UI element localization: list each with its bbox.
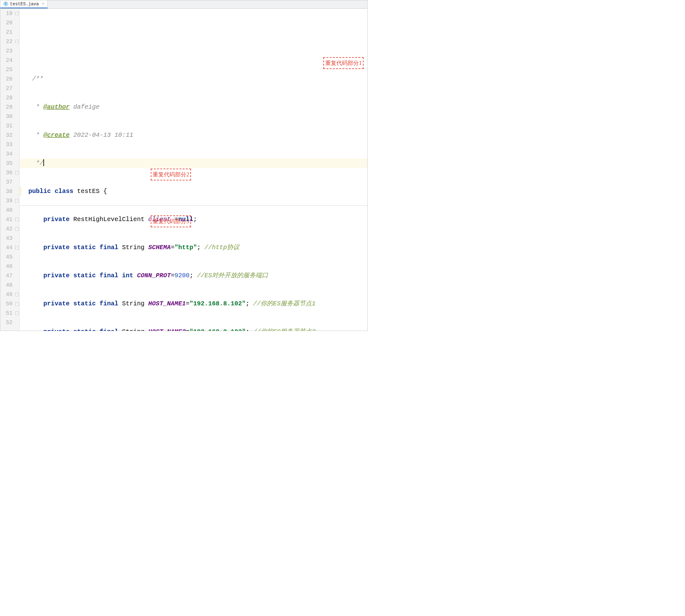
fold-icon[interactable]: − [15,312,19,315]
line-number: 33 [0,140,19,149]
line-number: 52 [0,318,19,327]
line-number: 42− [0,224,19,234]
fold-icon[interactable]: − [15,199,19,203]
close-icon[interactable]: × [42,2,44,6]
fold-icon[interactable]: − [15,12,19,15]
line-number: 47 [0,271,19,280]
line-number: 40 [0,205,19,215]
editor-body: 19−202122−2324252627282930313233343536−3… [0,9,367,331]
code-line-20[interactable]: * @author dafeige [20,103,367,112]
method-separator [20,205,367,206]
code-line-23[interactable]: public class testES { [20,187,367,196]
fold-icon[interactable]: − [15,246,19,249]
line-number: 46 [0,262,19,271]
line-number: 26 [0,74,19,84]
line-number: 19− [0,9,19,18]
line-number: 45 [0,252,19,262]
line-number: 39− [0,196,19,205]
line-number: 24 [0,56,19,65]
class-icon: C [3,2,8,6]
line-number: 22− [0,37,19,46]
code-line-21[interactable]: * @create 2022-04-13 10:11 [20,131,367,140]
fold-icon[interactable]: − [15,227,19,231]
line-number: 34 [0,149,19,159]
line-number: 51− [0,308,19,318]
line-number: 38 [0,187,19,196]
fold-icon[interactable]: − [15,40,19,43]
line-number: 29 [0,103,19,112]
line-number: 28 [0,93,19,103]
line-number: 21 [0,27,19,37]
line-number: 48 [0,280,19,290]
line-number: 44− [0,243,19,252]
editor-window: C testES.java × 19−202122−23242526272829… [0,0,368,331]
tab-filename: testES.java [10,2,39,6]
code-area[interactable]: /** * @author dafeige * @create 2022-04-… [20,9,367,331]
code-line-24[interactable]: private RestHighLevelClient client =null… [20,215,367,224]
annotation-box-1: 重复代码部分1 [323,57,364,69]
line-number: 50− [0,299,19,308]
file-tab[interactable]: C testES.java × [0,0,48,8]
line-number: 27 [0,84,19,93]
code-line-22[interactable]: */ [20,159,367,168]
line-number: 49− [0,290,19,299]
fold-icon[interactable]: − [15,302,19,306]
line-number: 30 [0,112,19,121]
line-number: 25 [0,65,19,74]
fold-icon[interactable]: − [15,293,19,296]
line-number: 35 [0,159,19,168]
line-number: 43 [0,234,19,243]
line-number: 36− [0,168,19,177]
fold-icon[interactable]: − [15,218,19,221]
code-line-19[interactable]: /** [20,74,367,84]
fold-icon[interactable]: − [15,171,19,175]
line-number: 41− [0,215,19,224]
tab-bar: C testES.java × [0,0,367,9]
annotation-box-2: 重复代码部分2 [151,169,191,180]
code-line-28[interactable]: private static final String HOST_NAME2="… [20,327,367,331]
line-number: 20 [0,18,19,27]
gutter: 19−202122−2324252627282930313233343536−3… [0,9,20,331]
line-number: 37 [0,177,19,187]
line-number: 31 [0,121,19,131]
line-number: 32 [0,131,19,140]
code-line-25[interactable]: private static final String SCHEMA="http… [20,243,367,252]
code-line-26[interactable]: private static final int CONN_PROT=9200;… [20,271,367,280]
line-number: 23 [0,46,19,56]
code-line-27[interactable]: private static final String HOST_NAME1="… [20,299,367,308]
caret [43,159,44,166]
